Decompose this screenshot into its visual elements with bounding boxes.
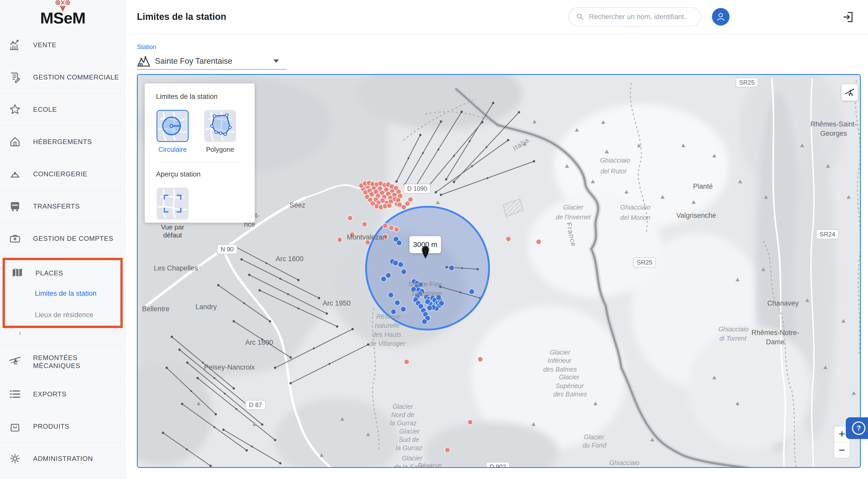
document-pen-icon	[9, 71, 21, 83]
divider	[0, 190, 125, 190]
map-icon	[11, 267, 24, 279]
sidebar-item-hebergements[interactable]: HÉBERGEMENTS	[0, 132, 125, 151]
logo-wordmark: MSeM	[0, 9, 126, 27]
map-canvas[interactable]: SR25SR24SR25N 90D 87D 902D 1090SéezSaint…	[137, 74, 861, 468]
map-options-panel: Limites de la station	[145, 83, 255, 223]
places-highlight-box: PLACES Limites de la station Lieux de ré…	[3, 258, 123, 328]
sidebar-item-label: EXPORTS	[33, 390, 66, 398]
station-select-value: Sainte Foy Tarentaise	[155, 57, 232, 66]
help-button[interactable]: ?	[846, 417, 868, 439]
station-label: Station	[137, 43, 286, 50]
option-label: Vue par défaut	[156, 223, 189, 239]
map-pin-icon[interactable]	[418, 245, 433, 264]
polygon-limit-icon	[204, 110, 236, 142]
sidebar-item-label: PLACES	[35, 269, 63, 277]
sidebar-item-label: GESTION COMMERCIALE	[33, 73, 119, 81]
header: Limites de la station	[126, 0, 868, 34]
sidebar-item-label: ECOLE	[33, 106, 57, 113]
lift-layer-button[interactable]	[841, 84, 858, 101]
house-icon	[9, 136, 21, 148]
zoom-out-button[interactable]: −	[834, 442, 850, 458]
divider	[0, 158, 125, 158]
search-icon	[576, 13, 584, 21]
station-block: Station Sainte Foy Tarentaise	[137, 43, 286, 70]
chart-icon	[9, 39, 21, 51]
bag-icon	[9, 420, 21, 433]
question-icon: ?	[852, 421, 865, 435]
divider	[0, 378, 125, 378]
option-label: Circulaire	[156, 145, 189, 153]
sidebar-item-label: REMONTÉES MÉCANIQUES	[33, 354, 125, 370]
sidebar-item-conciergerie[interactable]: CONCIERGERIE	[0, 164, 125, 184]
sidebar: MSeM VENTE GESTION COMMERCIALE ECOLE HÉB…	[0, 0, 126, 479]
logout-icon[interactable]	[842, 10, 855, 24]
sidebar-item-gestion-commerciale[interactable]: GESTION COMMERCIALE	[0, 67, 125, 87]
sidebar-item-produits[interactable]: PRODUITS	[0, 416, 125, 436]
sidebar-item-label: PRODUITS	[33, 422, 69, 431]
default-view-icon	[157, 187, 189, 219]
page-title: Limites de la station	[137, 0, 226, 34]
circular-limit-icon	[157, 110, 189, 142]
gear-icon	[9, 452, 21, 465]
mountain-chalet-icon	[137, 55, 150, 67]
sidebar-item-vente[interactable]: VENTE	[0, 35, 125, 55]
divider	[0, 93, 125, 94]
logo: MSeM	[0, 0, 125, 29]
sidebar-subitem-limites-de-la-station[interactable]: Limites de la station	[5, 283, 120, 304]
panel-divider	[156, 162, 243, 163]
divider	[0, 442, 125, 443]
star-icon	[9, 103, 21, 115]
divider	[0, 254, 125, 255]
sidebar-item-label: VENTE	[33, 41, 57, 49]
station-select[interactable]: Sainte Foy Tarentaise	[137, 53, 286, 70]
app-window: MSeM VENTE GESTION COMMERCIALE ECOLE HÉB…	[0, 0, 868, 479]
sidebar-item-exports[interactable]: EXPORTS	[0, 384, 125, 404]
user-avatar-icon[interactable]	[712, 8, 730, 26]
chevron-down-icon	[273, 59, 279, 63]
cloche-icon	[9, 168, 21, 180]
list-icon	[9, 388, 21, 400]
option-polygone[interactable]: Polygone	[204, 110, 237, 153]
sidebar-subitem-lieux-de-residence[interactable]: Lieux de résidence	[5, 304, 120, 326]
briefcase-icon	[9, 232, 21, 245]
sidebar-item-ecole[interactable]: ECOLE	[0, 100, 125, 119]
search-input[interactable]	[588, 13, 688, 21]
sidebar-item-label: CONCIERGERIE	[33, 170, 87, 178]
sidebar-item-administration[interactable]: ADMINISTRATION	[0, 449, 125, 469]
bus-icon	[9, 200, 21, 212]
divider	[0, 222, 125, 223]
search-box	[568, 7, 701, 26]
sidebar-item-label: HÉBERGEMENTS	[33, 138, 92, 146]
sidebar-item-remontees-mecaniques[interactable]: REMONTÉES MÉCANIQUES	[0, 352, 125, 372]
sidebar-item-gestion-de-comptes[interactable]: GESTION DE COMPTES	[0, 229, 125, 248]
sidebar-item-label: ADMINISTRATION	[33, 455, 93, 463]
chairlift-icon	[9, 356, 21, 368]
sidebar-item-label: TRANSFERTS	[33, 202, 80, 210]
chairlift-toggle-icon	[844, 87, 855, 98]
option-vue-par-defaut[interactable]: Vue par défaut	[156, 187, 189, 239]
divider	[0, 61, 125, 61]
sidebar-artifact-tick	[20, 332, 23, 336]
sidebar-item-places[interactable]: PLACES	[5, 263, 120, 283]
panel-title: Limites de la station	[156, 93, 243, 101]
divider	[0, 410, 125, 410]
panel-preview-title: Aperçu station	[156, 170, 243, 178]
map-place-label: di Gliairetta	[609, 468, 642, 468]
sidebar-item-label: GESTION DE COMPTES	[33, 235, 114, 243]
option-circulaire[interactable]: Circulaire	[156, 110, 189, 153]
sidebar-item-transferts[interactable]: TRANSFERTS	[0, 196, 125, 216]
option-label: Polygone	[204, 145, 237, 153]
